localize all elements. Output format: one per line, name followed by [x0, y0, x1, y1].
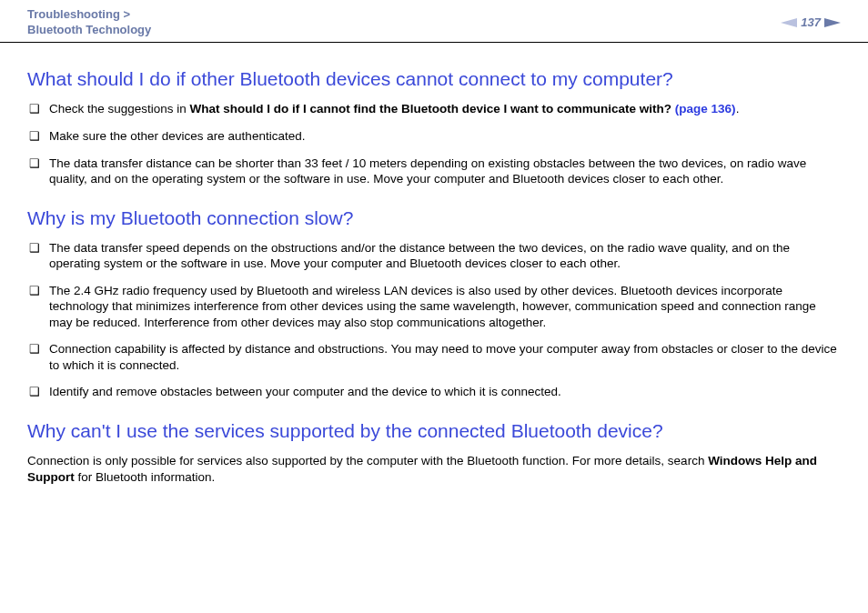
bullet-icon: ❑ — [27, 240, 49, 256]
list-item-text: Identify and remove obstacles between yo… — [49, 384, 841, 400]
list-item: ❑ The data transfer distance can be shor… — [27, 156, 841, 187]
breadcrumb-line-2: Bluetooth Technology — [27, 23, 151, 38]
section-3-paragraph: Connection is only possible for services… — [27, 453, 841, 485]
page-136-link[interactable]: (page 136) — [675, 102, 736, 116]
list-item: ❑ Check the suggestions in What should I… — [27, 101, 841, 117]
section-heading-2: Why is my Bluetooth connection slow? — [27, 207, 841, 229]
section-1-list: ❑ Check the suggestions in What should I… — [27, 101, 841, 187]
page-header: Troubleshooting > Bluetooth Technology 1… — [0, 0, 868, 43]
svg-marker-0 — [781, 18, 797, 27]
list-item: ❑ Identify and remove obstacles between … — [27, 384, 841, 400]
bullet-icon: ❑ — [27, 283, 49, 299]
list-item: ❑ Make sure the other devices are authen… — [27, 128, 841, 145]
section-heading-3: Why can't I use the services supported b… — [27, 420, 841, 442]
breadcrumb: Troubleshooting > Bluetooth Technology — [27, 7, 151, 38]
page-nav: 137 — [781, 15, 841, 29]
svg-marker-1 — [824, 18, 841, 27]
section-heading-1: What should I do if other Bluetooth devi… — [27, 68, 841, 90]
bullet-icon: ❑ — [27, 341, 49, 357]
list-item-text: Connection capability is affected by dis… — [49, 341, 841, 373]
bullet-icon: ❑ — [27, 384, 49, 400]
list-item: ❑ The 2.4 GHz radio frequency used by Bl… — [27, 283, 841, 331]
list-item-text: The data transfer speed depends on the o… — [49, 240, 841, 272]
list-item-text: Check the suggestions in What should I d… — [49, 101, 841, 117]
bullet-icon: ❑ — [27, 156, 49, 172]
list-item-text: Make sure the other devices are authenti… — [49, 128, 841, 145]
page-content: What should I do if other Bluetooth devi… — [0, 43, 868, 486]
list-item: ❑ Connection capability is affected by d… — [27, 341, 841, 373]
breadcrumb-line-1: Troubleshooting > — [27, 7, 151, 23]
list-item-text: The data transfer distance can be shorte… — [49, 156, 841, 187]
bullet-icon: ❑ — [27, 128, 49, 145]
page-number: 137 — [801, 15, 821, 29]
prev-page-icon[interactable] — [781, 18, 797, 27]
list-item-text: The 2.4 GHz radio frequency used by Blue… — [49, 283, 841, 331]
next-page-icon[interactable] — [824, 18, 841, 27]
section-2-list: ❑ The data transfer speed depends on the… — [27, 240, 841, 401]
list-item: ❑ The data transfer speed depends on the… — [27, 240, 841, 272]
bullet-icon: ❑ — [27, 101, 49, 117]
